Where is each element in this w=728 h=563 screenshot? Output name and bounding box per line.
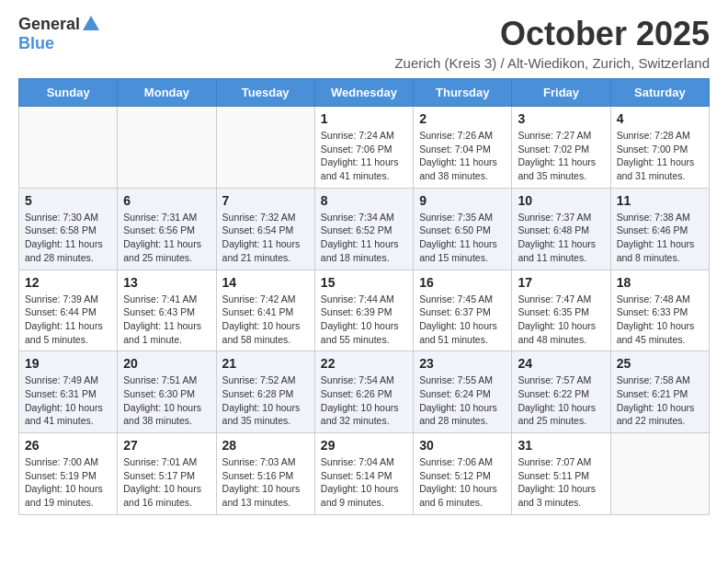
day-info: Sunrise: 7:55 AM Sunset: 6:24 PM Dayligh… [419,373,506,428]
calendar-day-cell [19,107,118,189]
day-number: 18 [617,275,703,290]
day-number: 20 [123,356,210,371]
day-number: 14 [222,275,309,290]
col-saturday: Saturday [610,79,709,107]
calendar-day-cell: 12Sunrise: 7:39 AM Sunset: 6:44 PM Dayli… [19,270,118,351]
calendar-day-cell: 23Sunrise: 7:55 AM Sunset: 6:24 PM Dayli… [414,351,512,433]
calendar-day-cell: 6Sunrise: 7:31 AM Sunset: 6:56 PM Daylig… [118,188,216,270]
calendar-week-row: 26Sunrise: 7:00 AM Sunset: 5:19 PM Dayli… [19,433,710,515]
day-info: Sunrise: 7:48 AM Sunset: 6:33 PM Dayligh… [617,293,703,347]
day-info: Sunrise: 7:32 AM Sunset: 6:54 PM Dayligh… [222,211,309,265]
day-info: Sunrise: 7:06 AM Sunset: 5:12 PM Dayligh… [419,455,506,510]
title-section: October 2025 Zuerich (Kreis 3) / Alt-Wie… [99,15,710,71]
day-info: Sunrise: 7:41 AM Sunset: 6:43 PM Dayligh… [123,293,210,347]
day-info: Sunrise: 7:42 AM Sunset: 6:41 PM Dayligh… [222,293,309,347]
calendar-day-cell [610,433,709,515]
day-number: 25 [617,356,703,371]
day-info: Sunrise: 7:07 AM Sunset: 5:11 PM Dayligh… [518,455,604,510]
calendar-day-cell: 13Sunrise: 7:41 AM Sunset: 6:43 PM Dayli… [118,270,216,351]
day-number: 8 [321,193,407,208]
col-thursday: Thursday [414,79,512,107]
calendar-day-cell: 8Sunrise: 7:34 AM Sunset: 6:52 PM Daylig… [314,188,413,270]
calendar-day-cell [216,107,314,189]
day-info: Sunrise: 7:26 AM Sunset: 7:04 PM Dayligh… [419,129,506,183]
calendar-day-cell: 31Sunrise: 7:07 AM Sunset: 5:11 PM Dayli… [512,433,610,515]
day-number: 5 [25,193,111,208]
day-number: 27 [123,438,210,453]
calendar-day-cell: 19Sunrise: 7:49 AM Sunset: 6:31 PM Dayli… [19,351,118,433]
calendar-week-row: 1Sunrise: 7:24 AM Sunset: 7:06 PM Daylig… [19,107,710,189]
day-info: Sunrise: 7:49 AM Sunset: 6:31 PM Dayligh… [25,373,111,428]
day-info: Sunrise: 7:31 AM Sunset: 6:56 PM Dayligh… [123,211,210,265]
calendar-day-cell: 22Sunrise: 7:54 AM Sunset: 6:26 PM Dayli… [314,351,413,433]
calendar-day-cell: 20Sunrise: 7:51 AM Sunset: 6:30 PM Dayli… [118,351,216,433]
day-number: 13 [123,275,210,290]
calendar-day-cell: 10Sunrise: 7:37 AM Sunset: 6:48 PM Dayli… [512,188,610,270]
col-monday: Monday [118,79,216,107]
day-info: Sunrise: 7:54 AM Sunset: 6:26 PM Dayligh… [321,373,407,428]
col-sunday: Sunday [19,79,118,107]
month-title: October 2025 [99,15,710,53]
day-number: 2 [419,111,506,126]
day-number: 22 [321,356,407,371]
calendar-day-cell: 17Sunrise: 7:47 AM Sunset: 6:35 PM Dayli… [512,270,610,351]
day-number: 4 [617,111,703,126]
calendar-day-cell: 5Sunrise: 7:30 AM Sunset: 6:58 PM Daylig… [19,188,118,270]
day-number: 3 [518,111,604,126]
calendar-week-row: 12Sunrise: 7:39 AM Sunset: 6:44 PM Dayli… [19,270,710,351]
day-info: Sunrise: 7:30 AM Sunset: 6:58 PM Dayligh… [25,211,111,265]
day-number: 24 [518,356,604,371]
day-number: 16 [419,275,506,290]
day-info: Sunrise: 7:00 AM Sunset: 5:19 PM Dayligh… [25,455,111,510]
day-info: Sunrise: 7:39 AM Sunset: 6:44 PM Dayligh… [25,293,111,347]
calendar-day-cell: 18Sunrise: 7:48 AM Sunset: 6:33 PM Dayli… [610,270,709,351]
col-friday: Friday [512,79,610,107]
day-number: 1 [321,111,407,126]
calendar-day-cell: 21Sunrise: 7:52 AM Sunset: 6:28 PM Dayli… [216,351,314,433]
svg-marker-0 [83,16,99,30]
calendar-day-cell: 24Sunrise: 7:57 AM Sunset: 6:22 PM Dayli… [512,351,610,433]
logo: General Blue [18,15,99,53]
day-info: Sunrise: 7:37 AM Sunset: 6:48 PM Dayligh… [518,211,604,265]
day-number: 19 [25,356,111,371]
day-number: 26 [25,438,111,453]
day-info: Sunrise: 7:52 AM Sunset: 6:28 PM Dayligh… [222,373,309,428]
calendar-day-cell: 4Sunrise: 7:28 AM Sunset: 7:00 PM Daylig… [610,107,709,189]
day-number: 11 [617,193,703,208]
day-info: Sunrise: 7:38 AM Sunset: 6:46 PM Dayligh… [617,211,703,265]
col-wednesday: Wednesday [314,79,413,107]
day-number: 6 [123,193,210,208]
day-number: 12 [25,275,111,290]
day-number: 10 [518,193,604,208]
day-number: 31 [518,438,604,453]
day-info: Sunrise: 7:01 AM Sunset: 5:17 PM Dayligh… [123,455,210,510]
location-subtitle: Zuerich (Kreis 3) / Alt-Wiedikon, Zurich… [99,55,710,71]
day-number: 21 [222,356,309,371]
calendar-table: Sunday Monday Tuesday Wednesday Thursday… [18,78,710,515]
logo-general-text: General [18,15,80,34]
calendar-day-cell: 16Sunrise: 7:45 AM Sunset: 6:37 PM Dayli… [414,270,512,351]
calendar-day-cell: 2Sunrise: 7:26 AM Sunset: 7:04 PM Daylig… [414,107,512,189]
calendar-header-row: Sunday Monday Tuesday Wednesday Thursday… [19,79,710,107]
calendar-day-cell: 1Sunrise: 7:24 AM Sunset: 7:06 PM Daylig… [314,107,413,189]
calendar-week-row: 19Sunrise: 7:49 AM Sunset: 6:31 PM Dayli… [19,351,710,433]
day-number: 28 [222,438,309,453]
day-info: Sunrise: 7:35 AM Sunset: 6:50 PM Dayligh… [419,211,506,265]
calendar-day-cell: 11Sunrise: 7:38 AM Sunset: 6:46 PM Dayli… [610,188,709,270]
calendar-day-cell: 14Sunrise: 7:42 AM Sunset: 6:41 PM Dayli… [216,270,314,351]
day-number: 23 [419,356,506,371]
calendar-week-row: 5Sunrise: 7:30 AM Sunset: 6:58 PM Daylig… [19,188,710,270]
day-number: 7 [222,193,309,208]
calendar-day-cell: 28Sunrise: 7:03 AM Sunset: 5:16 PM Dayli… [216,433,314,515]
day-info: Sunrise: 7:57 AM Sunset: 6:22 PM Dayligh… [518,373,604,428]
day-number: 29 [321,438,407,453]
calendar-day-cell: 25Sunrise: 7:58 AM Sunset: 6:21 PM Dayli… [610,351,709,433]
day-info: Sunrise: 7:34 AM Sunset: 6:52 PM Dayligh… [321,211,407,265]
logo-arrow-icon [83,16,99,34]
calendar-day-cell: 27Sunrise: 7:01 AM Sunset: 5:17 PM Dayli… [118,433,216,515]
calendar-day-cell: 3Sunrise: 7:27 AM Sunset: 7:02 PM Daylig… [512,107,610,189]
calendar-day-cell: 15Sunrise: 7:44 AM Sunset: 6:39 PM Dayli… [314,270,413,351]
logo-blue-text: Blue [18,34,54,52]
calendar-day-cell: 7Sunrise: 7:32 AM Sunset: 6:54 PM Daylig… [216,188,314,270]
col-tuesday: Tuesday [216,79,314,107]
